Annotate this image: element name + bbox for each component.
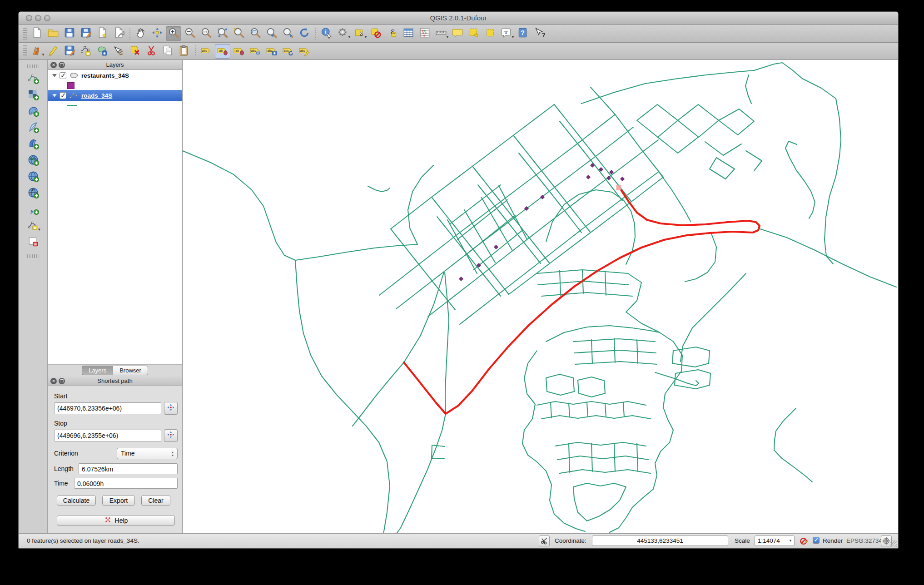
- text-annotation-button[interactable]: T▼: [499, 26, 514, 41]
- save-project-button[interactable]: [62, 26, 77, 41]
- criterion-combo[interactable]: Time ▲▼: [117, 448, 178, 459]
- label-visibility-button[interactable]: abc: [248, 44, 263, 59]
- capture-start-button[interactable]: [164, 402, 178, 415]
- new-bookmark-button[interactable]: [466, 26, 482, 41]
- delete-selected-button[interactable]: [127, 44, 143, 59]
- road-line: [685, 233, 716, 282]
- add-wfs-layer-button[interactable]: [25, 186, 41, 201]
- label-properties-button[interactable]: abc: [297, 44, 312, 59]
- toolbar-grip[interactable]: [23, 28, 27, 40]
- node-tool-button[interactable]: [111, 44, 126, 59]
- run-feature-action-button[interactable]: ▼: [335, 26, 351, 41]
- zoom-to-layer-button[interactable]: [248, 26, 263, 41]
- add-delimited-text-button[interactable]: ,: [25, 203, 41, 217]
- layers-panel-close-icon[interactable]: ✕: [50, 62, 57, 68]
- disclosure-triangle-icon[interactable]: [52, 94, 57, 97]
- length-field[interactable]: 6.07526km: [79, 463, 178, 474]
- add-raster-layer-button[interactable]: [25, 88, 41, 103]
- select-features-button[interactable]: ▼: [352, 26, 367, 41]
- stop-render-icon[interactable]: [798, 535, 809, 546]
- field-calculator-button[interactable]: [417, 26, 432, 41]
- start-input[interactable]: (446970,6.23356e+06): [54, 402, 161, 414]
- show-bookmarks-button[interactable]: [482, 26, 498, 41]
- identify-features-button[interactable]: i: [319, 26, 334, 41]
- select-by-expression-button[interactable]: ε: [384, 26, 400, 41]
- zoom-next-button[interactable]: [280, 26, 296, 41]
- new-project-button[interactable]: [29, 26, 45, 41]
- whats-this-button[interactable]: ?: [532, 26, 547, 41]
- layer-visibility-checkbox[interactable]: [60, 92, 66, 99]
- disclosure-triangle-icon[interactable]: [52, 74, 57, 77]
- copy-features-button[interactable]: [160, 44, 175, 59]
- layers-tree[interactable]: restaurants_34Sroads_34S: [48, 70, 182, 364]
- toolbar-grip[interactable]: [27, 254, 39, 258]
- pan-to-selection-button[interactable]: [149, 26, 165, 41]
- move-feature-button[interactable]: [94, 44, 110, 59]
- toggle-editing-button[interactable]: [45, 44, 61, 59]
- shortest-path-detach-icon[interactable]: ❐: [59, 378, 65, 384]
- capture-stop-button[interactable]: [164, 429, 178, 442]
- toolbar-grip[interactable]: [27, 64, 39, 68]
- title-bar[interactable]: QGIS 2.0.1-Dufour: [19, 12, 898, 25]
- map-tips-button[interactable]: [450, 26, 465, 41]
- label-unpin-button[interactable]: ab: [231, 44, 247, 59]
- current-edits-button[interactable]: ▼: [29, 44, 45, 59]
- label-rotate-button[interactable]: abc: [280, 44, 296, 59]
- add-vector-layer-button[interactable]: [25, 72, 41, 86]
- tab-layers[interactable]: Layers: [82, 366, 113, 375]
- tab-browser[interactable]: Browser: [113, 366, 148, 375]
- help-button[interactable]: ?: [515, 26, 531, 41]
- map-canvas[interactable]: [183, 60, 898, 533]
- scale-combo[interactable]: 1:14074 ▼: [755, 535, 795, 546]
- layer-visibility-checkbox[interactable]: [60, 72, 66, 79]
- zoom-last-button[interactable]: [264, 26, 279, 41]
- new-composer-button[interactable]: [94, 26, 110, 41]
- shortest-path-close-icon[interactable]: ✕: [50, 378, 57, 384]
- refresh-map-button[interactable]: [297, 26, 312, 41]
- calculate-button[interactable]: Calculate: [57, 495, 96, 506]
- coordinate-input[interactable]: 445133,6233451: [592, 535, 728, 546]
- help-button[interactable]: Help: [57, 515, 175, 526]
- export-button[interactable]: Export: [102, 495, 135, 506]
- paste-features-button[interactable]: [176, 44, 192, 59]
- zoom-out-button[interactable]: [182, 26, 198, 41]
- save-layer-edits-button[interactable]: [62, 44, 77, 59]
- coordinate-capture-icon[interactable]: [539, 535, 550, 546]
- time-field[interactable]: 0.06009h: [74, 478, 178, 489]
- attribute-table-button[interactable]: [401, 26, 416, 41]
- open-project-button[interactable]: [45, 26, 61, 41]
- add-wcs-layer-button[interactable]: [25, 170, 41, 184]
- restaurant-point: [620, 177, 624, 181]
- layer-item-restaurants_34S[interactable]: restaurants_34S: [48, 70, 182, 81]
- add-mssql-layer-button[interactable]: [25, 137, 41, 152]
- composer-manager-button[interactable]: [111, 26, 126, 41]
- add-feature-button[interactable]: [78, 44, 94, 59]
- layer-item-roads_34S[interactable]: roads_34S: [48, 90, 182, 101]
- clear-button[interactable]: Clear: [141, 495, 170, 506]
- measure-button[interactable]: ▼: [433, 26, 449, 41]
- resize-grip[interactable]: [890, 540, 897, 547]
- pan-map-button[interactable]: [133, 26, 149, 41]
- add-wms-layer-button[interactable]: [25, 154, 41, 168]
- new-shapefile-layer-button[interactable]: ▼: [25, 219, 41, 233]
- zoom-full-button[interactable]: [215, 26, 230, 41]
- label-move-button[interactable]: abc: [264, 44, 279, 59]
- render-checkbox[interactable]: [813, 537, 820, 544]
- remove-layer-button[interactable]: [25, 235, 41, 250]
- zoom-in-button[interactable]: [166, 26, 181, 41]
- add-postgis-layer-button[interactable]: [25, 104, 41, 119]
- help-icon: ?: [517, 27, 529, 40]
- deselect-features-button[interactable]: [368, 26, 383, 41]
- svg-text:T: T: [504, 29, 508, 35]
- labeling-button[interactable]: abc: [199, 44, 214, 59]
- cut-features-button[interactable]: [144, 44, 159, 59]
- label-pin-button[interactable]: ab: [215, 44, 230, 59]
- delete-selected-icon: [129, 45, 141, 58]
- save-project-as-button[interactable]: [78, 26, 94, 41]
- layers-panel-detach-icon[interactable]: ❐: [59, 62, 65, 68]
- add-spatialite-layer-button[interactable]: [25, 121, 41, 135]
- stop-input[interactable]: (449696,6.2355e+06): [54, 430, 161, 441]
- zoom-to-selection-button[interactable]: [231, 26, 247, 41]
- zoom-native-button[interactable]: 1:1: [199, 26, 214, 41]
- toolbar-grip[interactable]: [23, 45, 27, 57]
